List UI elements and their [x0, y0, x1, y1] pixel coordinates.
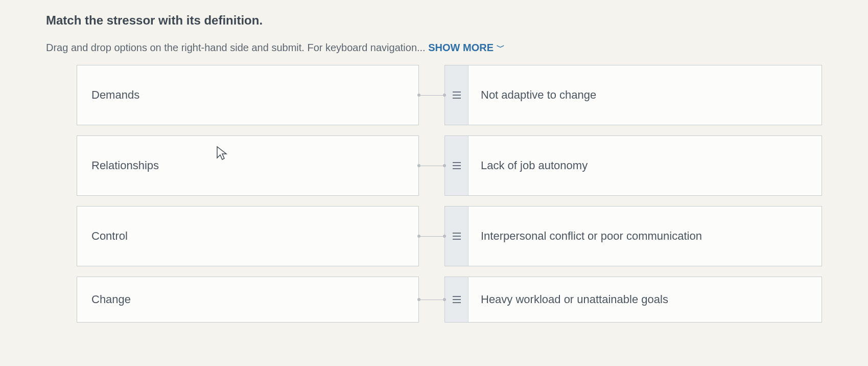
- instructions: Drag and drop options on the right-hand …: [46, 42, 822, 54]
- stressor-label: Change: [91, 293, 131, 306]
- definition-box[interactable]: Lack of job autonomy: [444, 135, 822, 196]
- stressor-box: Change: [77, 277, 419, 323]
- match-row: Change Heavy workload or unattainable go…: [77, 277, 822, 323]
- connector-line: [419, 236, 444, 237]
- drag-handle-icon[interactable]: [445, 136, 468, 195]
- question-title: Match the stressor with its definition.: [46, 13, 822, 28]
- stressor-label: Demands: [91, 88, 139, 102]
- stressor-box: Relationships: [77, 135, 419, 196]
- stressor-box: Demands: [77, 65, 419, 125]
- drag-handle-icon[interactable]: [445, 65, 468, 125]
- connector-line: [419, 95, 444, 96]
- definition-label: Not adaptive to change: [468, 88, 608, 102]
- match-row: Relationships Lack of job autonomy: [77, 135, 822, 196]
- definition-box[interactable]: Interpersonal conflict or poor communica…: [444, 206, 822, 266]
- matching-area: Demands Not adaptive to change Relations…: [46, 65, 822, 323]
- drag-handle-icon[interactable]: [445, 207, 468, 266]
- definition-label: Lack of job autonomy: [468, 159, 600, 172]
- show-more-label: SHOW MORE: [428, 42, 494, 54]
- stressor-box: Control: [77, 206, 419, 266]
- show-more-link[interactable]: SHOW MORE ﹀: [428, 42, 505, 54]
- definition-label: Heavy workload or unattainable goals: [468, 293, 681, 306]
- definition-label: Interpersonal conflict or poor communica…: [468, 230, 714, 243]
- chevron-down-icon: ﹀: [497, 42, 505, 53]
- definition-box[interactable]: Heavy workload or unattainable goals: [444, 277, 822, 323]
- definition-box[interactable]: Not adaptive to change: [444, 65, 822, 125]
- drag-handle-icon[interactable]: [445, 277, 468, 322]
- connector-line: [419, 166, 444, 166]
- stressor-label: Relationships: [91, 159, 159, 172]
- match-row: Control Interpersonal conflict or poor c…: [77, 206, 822, 266]
- connector-line: [419, 300, 444, 300]
- stressor-label: Control: [91, 230, 128, 243]
- instructions-text: Drag and drop options on the right-hand …: [46, 42, 428, 53]
- match-row: Demands Not adaptive to change: [77, 65, 822, 125]
